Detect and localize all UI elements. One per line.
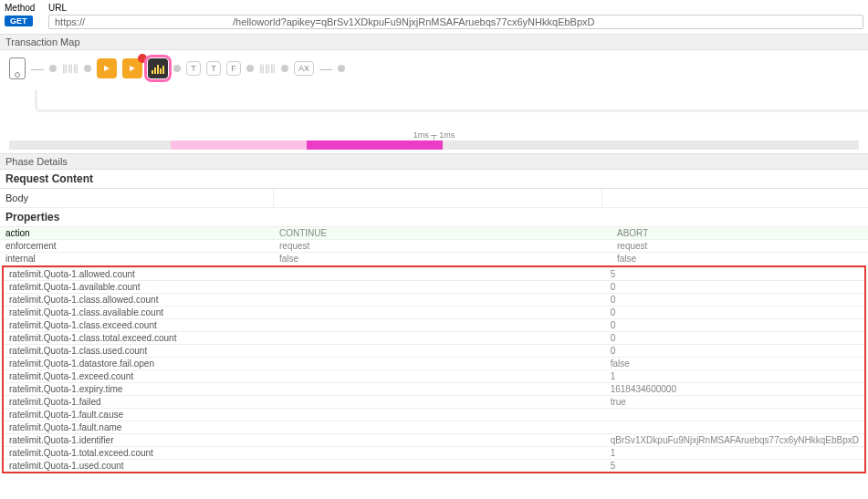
- flow-dot[interactable]: [246, 65, 254, 72]
- flow-letter[interactable]: T: [206, 61, 221, 76]
- flow-dot[interactable]: [338, 65, 345, 72]
- flow-pipe: ⦀⦀⦀: [259, 61, 276, 77]
- flow-letter[interactable]: F: [226, 61, 241, 76]
- property-cell: ratelimit.Quota-1.class.available.count: [4, 306, 274, 318]
- property-row: internalfalsefalse: [0, 253, 868, 265]
- property-cell: 1: [605, 369, 864, 382]
- property-cell: ratelimit.Quota-1.fault.cause: [4, 408, 274, 421]
- property-cell: ratelimit.Quota-1.class.total.exceed.cou…: [4, 331, 274, 344]
- property-row: ratelimit.Quota-1.datastore.fail.openfal…: [4, 357, 864, 369]
- property-row: ratelimit.Quota-1.class.used.count0: [4, 344, 864, 357]
- flow-return-arrow: [35, 90, 868, 112]
- property-cell: action: [0, 227, 274, 240]
- property-row: ratelimit.Quota-1.used.count5: [4, 459, 864, 472]
- phase-details-header: Phase Details: [0, 153, 868, 170]
- property-cell: ratelimit.Quota-1.total.exceed.count: [4, 446, 274, 459]
- flow-dot[interactable]: [84, 65, 91, 72]
- property-cell: [274, 293, 604, 306]
- method-label: Method: [5, 3, 41, 13]
- property-row: ratelimit.Quota-1.class.exceed.count0: [4, 318, 864, 331]
- property-cell: ABORT: [612, 227, 868, 240]
- method-badge[interactable]: GET: [5, 16, 33, 26]
- timeline-label: 1ms ┬ 1ms: [9, 130, 859, 140]
- url-label: URL: [48, 3, 863, 13]
- property-cell: [274, 318, 604, 331]
- body-row: Body: [0, 189, 868, 208]
- flow-letter[interactable]: T: [186, 61, 201, 76]
- flow-pipe: ⦀⦀⦀: [62, 61, 78, 77]
- flow-ax[interactable]: AX: [294, 61, 314, 76]
- body-label: Body: [0, 189, 274, 207]
- error-badge-icon: [138, 54, 147, 63]
- property-cell: CONTINUE: [274, 227, 612, 240]
- property-cell: [274, 433, 604, 446]
- property-cell: 5: [605, 459, 864, 472]
- property-cell: [274, 306, 604, 318]
- property-cell: false: [274, 253, 612, 265]
- property-row: ratelimit.Quota-1.fault.name: [4, 421, 864, 433]
- policy-step-icon[interactable]: [122, 58, 142, 78]
- property-row: ratelimit.Quota-1.class.total.exceed.cou…: [4, 331, 864, 344]
- property-row: ratelimit.Quota-1.expiry.time16184346000…: [4, 382, 864, 395]
- property-cell: [274, 267, 604, 280]
- property-row: actionCONTINUEABORT: [0, 227, 868, 240]
- property-cell: ratelimit.Quota-1.failed: [4, 395, 274, 408]
- property-cell: [274, 382, 604, 395]
- property-cell: false: [612, 253, 868, 265]
- property-cell: enforcement: [0, 240, 274, 253]
- property-row: ratelimit.Quota-1.fault.cause: [4, 408, 864, 421]
- body-value: [602, 189, 868, 207]
- timeline-segment[interactable]: [171, 140, 307, 150]
- property-cell: [274, 446, 604, 459]
- property-cell: ratelimit.Quota-1.used.count: [4, 459, 274, 472]
- highlighted-quota-rows: ratelimit.Quota-1.allowed.count5ratelimi…: [2, 265, 866, 474]
- flow-dash: —: [31, 61, 44, 76]
- property-row: ratelimit.Quota-1.class.allowed.count0: [4, 293, 864, 306]
- policy-quota-icon[interactable]: [148, 58, 168, 78]
- property-cell: 0: [605, 331, 864, 344]
- flow-dot[interactable]: [173, 65, 181, 72]
- property-cell: ratelimit.Quota-1.identifier: [4, 433, 274, 446]
- property-row: ratelimit.Quota-1.class.available.count0: [4, 306, 864, 318]
- flow-dot[interactable]: [49, 65, 57, 72]
- timeline: 1ms ┬ 1ms: [0, 130, 868, 153]
- property-cell: ratelimit.Quota-1.fault.name: [4, 421, 274, 433]
- property-row: enforcementrequestrequest: [0, 240, 868, 253]
- property-cell: 0: [605, 344, 864, 357]
- transaction-map: — ⦀⦀⦀ T T F ⦀⦀⦀ AX —: [0, 50, 868, 130]
- url-input[interactable]: [51, 16, 861, 28]
- device-icon: [9, 57, 26, 79]
- flow-dot[interactable]: [281, 65, 288, 72]
- property-cell: 0: [605, 293, 864, 306]
- property-cell: ratelimit.Quota-1.datastore.fail.open: [4, 357, 274, 369]
- property-cell: qBrSv1XDkpuFu9NjxjRnMSAFAruebqs77cx6yNHk…: [605, 433, 864, 446]
- property-cell: request: [612, 240, 868, 253]
- property-cell: [274, 357, 604, 369]
- property-cell: [274, 421, 604, 433]
- property-cell: 5: [605, 267, 864, 280]
- transaction-map-header: Transaction Map: [0, 34, 868, 50]
- property-cell: [274, 280, 604, 293]
- header: Method GET URL: [0, 0, 868, 34]
- timeline-segment[interactable]: [307, 140, 443, 150]
- property-cell: ratelimit.Quota-1.allowed.count: [4, 267, 274, 280]
- property-row: ratelimit.Quota-1.exceed.count1: [4, 369, 864, 382]
- timeline-segment[interactable]: [9, 140, 171, 150]
- property-cell: ratelimit.Quota-1.class.used.count: [4, 344, 274, 357]
- policy-step-icon[interactable]: [97, 58, 117, 78]
- property-cell: [274, 344, 604, 357]
- property-cell: [274, 331, 604, 344]
- quota-table: ratelimit.Quota-1.allowed.count5ratelimi…: [4, 267, 864, 473]
- property-cell: 0: [605, 280, 864, 293]
- property-cell: 0: [605, 318, 864, 331]
- timeline-segment[interactable]: [443, 140, 859, 150]
- property-cell: [274, 369, 604, 382]
- property-cell: 1618434600000: [605, 382, 864, 395]
- property-cell: ratelimit.Quota-1.expiry.time: [4, 382, 274, 395]
- property-cell: ratelimit.Quota-1.class.exceed.count: [4, 318, 274, 331]
- property-cell: [274, 408, 604, 421]
- property-cell: ratelimit.Quota-1.exceed.count: [4, 369, 274, 382]
- property-cell: 0: [605, 306, 864, 318]
- property-row: ratelimit.Quota-1.total.exceed.count1: [4, 446, 864, 459]
- properties-header: Properties: [0, 208, 868, 226]
